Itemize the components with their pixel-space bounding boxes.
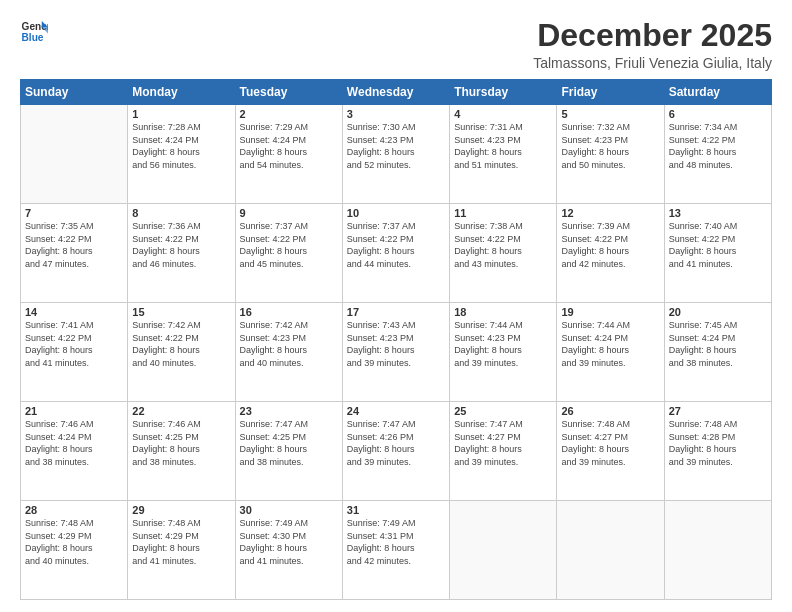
day-cell: 25Sunrise: 7:47 AM Sunset: 4:27 PM Dayli… [450,402,557,501]
day-cell: 17Sunrise: 7:43 AM Sunset: 4:23 PM Dayli… [342,303,449,402]
day-info: Sunrise: 7:49 AM Sunset: 4:31 PM Dayligh… [347,517,445,567]
day-info: Sunrise: 7:37 AM Sunset: 4:22 PM Dayligh… [347,220,445,270]
day-number: 28 [25,504,123,516]
day-info: Sunrise: 7:48 AM Sunset: 4:27 PM Dayligh… [561,418,659,468]
day-number: 13 [669,207,767,219]
day-info: Sunrise: 7:46 AM Sunset: 4:25 PM Dayligh… [132,418,230,468]
page-header: General Blue December 2025 Talmassons, F… [20,18,772,71]
day-cell: 11Sunrise: 7:38 AM Sunset: 4:22 PM Dayli… [450,204,557,303]
day-header-saturday: Saturday [664,80,771,105]
day-cell: 15Sunrise: 7:42 AM Sunset: 4:22 PM Dayli… [128,303,235,402]
day-number: 22 [132,405,230,417]
day-header-wednesday: Wednesday [342,80,449,105]
day-cell [21,105,128,204]
day-number: 23 [240,405,338,417]
day-info: Sunrise: 7:30 AM Sunset: 4:23 PM Dayligh… [347,121,445,171]
day-cell: 13Sunrise: 7:40 AM Sunset: 4:22 PM Dayli… [664,204,771,303]
day-info: Sunrise: 7:40 AM Sunset: 4:22 PM Dayligh… [669,220,767,270]
day-cell: 21Sunrise: 7:46 AM Sunset: 4:24 PM Dayli… [21,402,128,501]
day-info: Sunrise: 7:46 AM Sunset: 4:24 PM Dayligh… [25,418,123,468]
day-info: Sunrise: 7:44 AM Sunset: 4:23 PM Dayligh… [454,319,552,369]
day-header-sunday: Sunday [21,80,128,105]
header-row: SundayMondayTuesdayWednesdayThursdayFrid… [21,80,772,105]
day-info: Sunrise: 7:48 AM Sunset: 4:29 PM Dayligh… [132,517,230,567]
day-cell: 19Sunrise: 7:44 AM Sunset: 4:24 PM Dayli… [557,303,664,402]
day-number: 1 [132,108,230,120]
day-cell: 29Sunrise: 7:48 AM Sunset: 4:29 PM Dayli… [128,501,235,600]
day-cell: 22Sunrise: 7:46 AM Sunset: 4:25 PM Dayli… [128,402,235,501]
day-cell: 7Sunrise: 7:35 AM Sunset: 4:22 PM Daylig… [21,204,128,303]
day-cell: 30Sunrise: 7:49 AM Sunset: 4:30 PM Dayli… [235,501,342,600]
day-number: 2 [240,108,338,120]
day-number: 12 [561,207,659,219]
day-number: 4 [454,108,552,120]
week-row-4: 28Sunrise: 7:48 AM Sunset: 4:29 PM Dayli… [21,501,772,600]
day-cell: 8Sunrise: 7:36 AM Sunset: 4:22 PM Daylig… [128,204,235,303]
day-number: 8 [132,207,230,219]
day-number: 10 [347,207,445,219]
day-info: Sunrise: 7:44 AM Sunset: 4:24 PM Dayligh… [561,319,659,369]
week-row-1: 7Sunrise: 7:35 AM Sunset: 4:22 PM Daylig… [21,204,772,303]
location: Talmassons, Friuli Venezia Giulia, Italy [533,55,772,71]
day-info: Sunrise: 7:43 AM Sunset: 4:23 PM Dayligh… [347,319,445,369]
day-cell: 14Sunrise: 7:41 AM Sunset: 4:22 PM Dayli… [21,303,128,402]
day-number: 25 [454,405,552,417]
day-info: Sunrise: 7:28 AM Sunset: 4:24 PM Dayligh… [132,121,230,171]
day-cell: 26Sunrise: 7:48 AM Sunset: 4:27 PM Dayli… [557,402,664,501]
day-cell: 16Sunrise: 7:42 AM Sunset: 4:23 PM Dayli… [235,303,342,402]
day-info: Sunrise: 7:35 AM Sunset: 4:22 PM Dayligh… [25,220,123,270]
day-info: Sunrise: 7:42 AM Sunset: 4:23 PM Dayligh… [240,319,338,369]
day-cell: 20Sunrise: 7:45 AM Sunset: 4:24 PM Dayli… [664,303,771,402]
day-number: 31 [347,504,445,516]
day-header-friday: Friday [557,80,664,105]
day-cell: 24Sunrise: 7:47 AM Sunset: 4:26 PM Dayli… [342,402,449,501]
day-info: Sunrise: 7:29 AM Sunset: 4:24 PM Dayligh… [240,121,338,171]
day-number: 16 [240,306,338,318]
day-info: Sunrise: 7:47 AM Sunset: 4:26 PM Dayligh… [347,418,445,468]
day-number: 5 [561,108,659,120]
day-info: Sunrise: 7:31 AM Sunset: 4:23 PM Dayligh… [454,121,552,171]
day-cell: 23Sunrise: 7:47 AM Sunset: 4:25 PM Dayli… [235,402,342,501]
day-info: Sunrise: 7:42 AM Sunset: 4:22 PM Dayligh… [132,319,230,369]
day-cell [450,501,557,600]
day-number: 18 [454,306,552,318]
day-cell: 1Sunrise: 7:28 AM Sunset: 4:24 PM Daylig… [128,105,235,204]
month-title: December 2025 [533,18,772,53]
day-number: 27 [669,405,767,417]
day-info: Sunrise: 7:48 AM Sunset: 4:29 PM Dayligh… [25,517,123,567]
week-row-3: 21Sunrise: 7:46 AM Sunset: 4:24 PM Dayli… [21,402,772,501]
day-number: 19 [561,306,659,318]
day-cell: 5Sunrise: 7:32 AM Sunset: 4:23 PM Daylig… [557,105,664,204]
day-header-monday: Monday [128,80,235,105]
day-info: Sunrise: 7:47 AM Sunset: 4:25 PM Dayligh… [240,418,338,468]
day-info: Sunrise: 7:49 AM Sunset: 4:30 PM Dayligh… [240,517,338,567]
day-number: 7 [25,207,123,219]
day-info: Sunrise: 7:41 AM Sunset: 4:22 PM Dayligh… [25,319,123,369]
day-cell: 31Sunrise: 7:49 AM Sunset: 4:31 PM Dayli… [342,501,449,600]
day-cell: 12Sunrise: 7:39 AM Sunset: 4:22 PM Dayli… [557,204,664,303]
day-cell: 3Sunrise: 7:30 AM Sunset: 4:23 PM Daylig… [342,105,449,204]
day-number: 17 [347,306,445,318]
day-info: Sunrise: 7:36 AM Sunset: 4:22 PM Dayligh… [132,220,230,270]
svg-text:Blue: Blue [22,32,44,43]
day-number: 6 [669,108,767,120]
day-header-tuesday: Tuesday [235,80,342,105]
logo-icon: General Blue [20,18,48,46]
week-row-2: 14Sunrise: 7:41 AM Sunset: 4:22 PM Dayli… [21,303,772,402]
day-cell: 9Sunrise: 7:37 AM Sunset: 4:22 PM Daylig… [235,204,342,303]
day-number: 30 [240,504,338,516]
week-row-0: 1Sunrise: 7:28 AM Sunset: 4:24 PM Daylig… [21,105,772,204]
day-info: Sunrise: 7:32 AM Sunset: 4:23 PM Dayligh… [561,121,659,171]
day-cell: 18Sunrise: 7:44 AM Sunset: 4:23 PM Dayli… [450,303,557,402]
day-number: 20 [669,306,767,318]
day-cell: 6Sunrise: 7:34 AM Sunset: 4:22 PM Daylig… [664,105,771,204]
day-number: 26 [561,405,659,417]
logo: General Blue [20,18,48,46]
day-number: 29 [132,504,230,516]
day-number: 15 [132,306,230,318]
day-number: 21 [25,405,123,417]
day-info: Sunrise: 7:38 AM Sunset: 4:22 PM Dayligh… [454,220,552,270]
day-number: 9 [240,207,338,219]
day-header-thursday: Thursday [450,80,557,105]
day-number: 14 [25,306,123,318]
